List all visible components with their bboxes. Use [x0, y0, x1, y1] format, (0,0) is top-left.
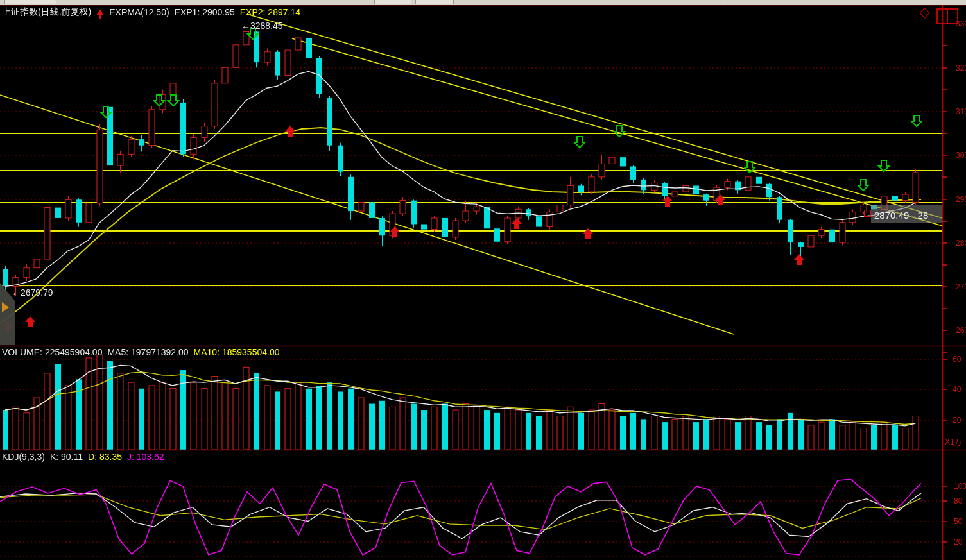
exp2-value: EXP2: 2897.14	[240, 7, 300, 17]
volume-value: VOLUME: 225495904.00	[2, 347, 102, 357]
diamond-icon[interactable]: ◇	[919, 4, 930, 21]
trading-app-window: 上证指数(日线.前复权) EXPMA(12,50) EXP1: 2900.95 …	[0, 0, 966, 560]
expand-panel-arrow-icon[interactable]	[2, 302, 9, 312]
price-axis-label: 3100	[956, 107, 966, 116]
price-axis-label: 2900	[956, 195, 966, 204]
volume-axis-unit: X1万	[945, 437, 962, 448]
indicator-name[interactable]: EXPMA(12,50)	[109, 7, 169, 17]
volume-axis-label: 40	[953, 385, 961, 394]
kdj-axis-label: 20	[954, 538, 962, 547]
split-window-icon[interactable]	[936, 8, 958, 24]
up-arrow-icon	[96, 10, 104, 15]
price-axis-label: 2600	[956, 326, 966, 335]
exp1-value: EXP1: 2900.95	[175, 7, 235, 17]
price-axis-label: 2800	[956, 239, 966, 248]
kdj-d-value: D: 83.35	[88, 452, 122, 462]
high-price-annotation: ←3288.45	[241, 21, 283, 31]
main-chart-header: 上证指数(日线.前复权) EXPMA(12,50) EXP1: 2900.95 …	[2, 6, 300, 18]
measure-text: 2870.49 - 28	[874, 210, 928, 221]
chart-canvas[interactable]	[0, 0, 966, 560]
kdj-j-value: J: 103.62	[127, 452, 164, 462]
price-axis-label: 3000	[956, 151, 966, 160]
price-axis-label: 3200	[956, 64, 966, 72]
kdj-name[interactable]: KDJ(9,3,3)	[2, 452, 45, 462]
volume-ma10-value: MA10: 185935504.00	[194, 347, 280, 357]
measure-handle[interactable]	[864, 210, 871, 217]
kdj-axis-label: 50	[954, 517, 962, 526]
kdj-k-value: K: 90.11	[50, 452, 83, 462]
volume-ma5-value: MA5: 197971392.00	[107, 347, 188, 357]
split-line	[947, 10, 948, 23]
price-axis-label: 2700	[956, 282, 966, 291]
kdj-axis-label: 100	[954, 482, 966, 491]
price-axis-label: 3300	[956, 19, 966, 28]
symbol-title: 上证指数(日线.前复权)	[2, 6, 91, 18]
measure-tool-label[interactable]: 2870.49 - 28	[871, 205, 942, 223]
kdj-axis-label: 80	[954, 496, 962, 505]
volume-axis-label: 60	[953, 355, 961, 364]
volume-header: VOLUME: 225495904.00 MA5: 197971392.00 M…	[2, 346, 279, 358]
volume-axis-label: 20	[953, 416, 961, 425]
kdj-header: KDJ(9,3,3) K: 90.11 D: 83.35 J: 103.62	[2, 451, 164, 462]
low-price-annotation: ←2679.79	[12, 287, 53, 298]
